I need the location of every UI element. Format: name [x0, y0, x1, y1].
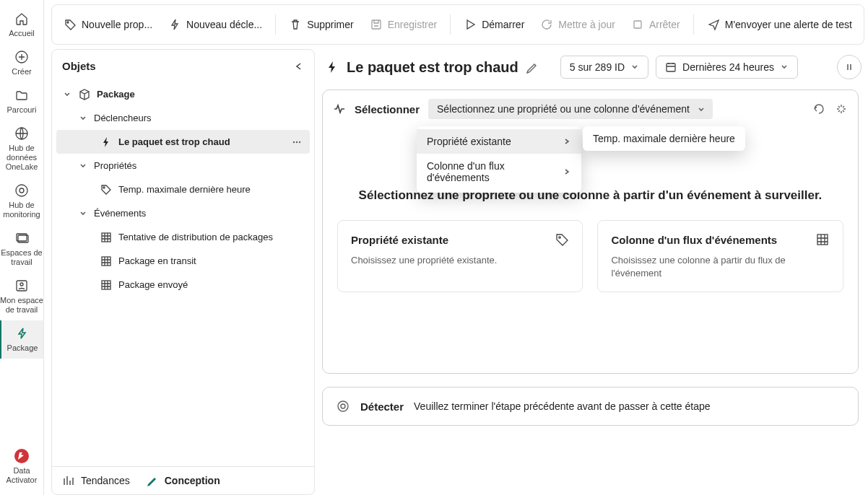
tree-event-item[interactable]: Tentative de distribution de packages — [56, 225, 310, 249]
nav-monitor[interactable]: Hub de monitoring — [0, 178, 43, 225]
nav-package[interactable]: Package — [0, 320, 43, 359]
data-activator-icon — [13, 447, 30, 465]
stop-icon — [631, 18, 644, 31]
send-test-alert-button[interactable]: M'envoyer une alerte de test — [700, 14, 859, 35]
pulse-icon — [333, 102, 346, 115]
save-button: Enregistrer — [363, 14, 444, 35]
nav-browse[interactable]: Parcouri — [0, 82, 43, 121]
svg-point-22 — [338, 401, 348, 411]
stop-label: Arrêter — [649, 19, 680, 30]
tree-property-item[interactable]: Temp. maximale dernière heure — [56, 178, 310, 201]
dropdown-existing-property[interactable]: Propriété existante — [417, 129, 581, 154]
svg-point-13 — [296, 141, 298, 142]
undo-icon[interactable] — [812, 102, 825, 115]
svg-point-15 — [103, 187, 105, 188]
tab-trends[interactable]: Tendances — [62, 474, 130, 487]
eye-icon — [13, 182, 30, 199]
tree-event-label: Package envoyé — [118, 279, 188, 290]
tree-package-root[interactable]: Package — [56, 82, 310, 106]
svg-point-12 — [293, 141, 295, 142]
tree-event-item[interactable]: Package en transit — [56, 249, 310, 273]
nav-myworkspace-label: Mon espace de travail — [0, 296, 43, 315]
delete-button[interactable]: Supprimer — [282, 14, 361, 35]
workspaces-icon — [13, 229, 30, 247]
nav-data-activator[interactable]: Data Activator — [0, 443, 43, 491]
tree-triggers-label: Déclencheurs — [94, 113, 152, 123]
svg-rect-19 — [667, 63, 675, 71]
property-selector-text: Sélectionnez une propriété ou une colonn… — [437, 103, 690, 115]
main-area: Nouvelle prop... Nouveau décle... Suppri… — [44, 0, 868, 495]
table-icon — [100, 255, 113, 268]
detect-message: Veuillez terminer l'étape précédente ava… — [414, 400, 711, 412]
detect-label: Détecter — [360, 400, 404, 413]
nav-create[interactable]: Créer — [0, 44, 43, 82]
nav-myworkspace[interactable]: Mon espace de travail — [0, 273, 43, 320]
table-icon — [815, 232, 830, 247]
delete-label: Supprimer — [307, 19, 354, 30]
edit-icon[interactable] — [526, 61, 539, 74]
svg-point-9 — [67, 22, 69, 23]
bolt-icon — [325, 60, 339, 74]
tree-package-label: Package — [97, 89, 135, 100]
tab-trends-label: Tendances — [81, 475, 130, 486]
svg-rect-10 — [372, 20, 381, 29]
settings-icon[interactable] — [835, 102, 848, 115]
tree-event-label: Package en transit — [118, 255, 196, 266]
collapse-panel-icon[interactable] — [294, 61, 304, 71]
table-icon — [100, 231, 113, 244]
new-trigger-label: Nouveau décle... — [186, 19, 262, 30]
objects-panel: Objets Package Déclencheurs Le paquet es… — [51, 49, 315, 495]
detail-body: Sélectionner Sélectionnez une propriété … — [322, 89, 864, 495]
pause-button[interactable] — [837, 55, 862, 79]
tree-trigger-label: Le paquet est trop chaud — [118, 136, 230, 147]
tree-section-triggers[interactable]: Déclencheurs — [56, 106, 310, 130]
tree-trigger-item[interactable]: Le paquet est trop chaud — [56, 130, 310, 154]
toolbar-divider — [693, 14, 694, 35]
nav-home[interactable]: Accueil — [0, 6, 43, 44]
toolbar-divider — [450, 14, 451, 35]
nav-datahub[interactable]: Hub de données OneLake — [0, 121, 43, 178]
start-label: Démarrer — [482, 19, 524, 30]
tree-section-events[interactable]: Événements — [56, 201, 310, 225]
detail-header: Le paquet est trop chaud 5 sur 289 ID De… — [322, 49, 864, 89]
tab-design[interactable]: Conception — [146, 474, 220, 487]
design-icon — [146, 474, 159, 487]
vertical-nav: Accueil Créer Parcouri Hub de données On… — [0, 0, 44, 495]
svg-point-14 — [299, 141, 300, 142]
send-test-alert-label: M'envoyer une alerte de test — [725, 19, 852, 30]
bolt-icon — [14, 325, 31, 342]
tree-event-item[interactable]: Package envoyé — [56, 273, 310, 297]
nav-home-label: Accueil — [9, 29, 34, 38]
objects-tree: Package Déclencheurs Le paquet est trop … — [52, 79, 314, 299]
option-card-desc: Choisissez une propriété existante. — [351, 254, 569, 267]
plus-circle-icon — [13, 48, 30, 66]
svg-rect-17 — [102, 257, 110, 266]
nav-data-activator-label: Data Activator — [0, 466, 43, 485]
nav-datahub-label: Hub de données OneLake — [0, 144, 43, 172]
option-card-title: Colonne d'un flux d'événements — [611, 234, 777, 246]
nav-browse-label: Parcouri — [7, 105, 37, 115]
time-range-selector[interactable]: Dernières 24 heures — [656, 56, 798, 79]
more-icon[interactable] — [291, 136, 303, 148]
nav-workspaces[interactable]: Espaces de travail — [0, 225, 43, 273]
objects-header: Objets — [52, 50, 314, 79]
option-event-column[interactable]: Colonne d'un flux d'événements Choisisse… — [597, 220, 843, 292]
chart-icon — [62, 474, 75, 487]
new-property-label: Nouvelle prop... — [82, 19, 152, 30]
id-selector[interactable]: 5 sur 289 ID — [560, 56, 648, 79]
svg-point-20 — [559, 237, 560, 238]
detail-title: Le paquet est trop chaud — [347, 59, 518, 76]
property-flyout[interactable]: Temp. maximale dernière heure — [583, 126, 745, 151]
new-trigger-button[interactable]: Nouveau décle... — [161, 14, 269, 35]
option-existing-property[interactable]: Propriété existante Choisissez une propr… — [337, 220, 583, 292]
svg-rect-11 — [634, 21, 641, 28]
home-icon — [13, 10, 30, 27]
property-selector[interactable]: Sélectionnez une propriété ou une colonn… — [428, 99, 713, 119]
tag-icon — [64, 18, 77, 31]
tree-properties-label: Propriétés — [94, 160, 136, 171]
update-button: Mettre à jour — [533, 14, 622, 35]
tree-section-properties[interactable]: Propriétés — [56, 154, 310, 178]
start-button[interactable]: Démarrer — [456, 14, 531, 35]
new-property-button[interactable]: Nouvelle prop... — [56, 14, 160, 35]
dropdown-event-column[interactable]: Colonne d'un flux d'événements — [417, 154, 581, 190]
